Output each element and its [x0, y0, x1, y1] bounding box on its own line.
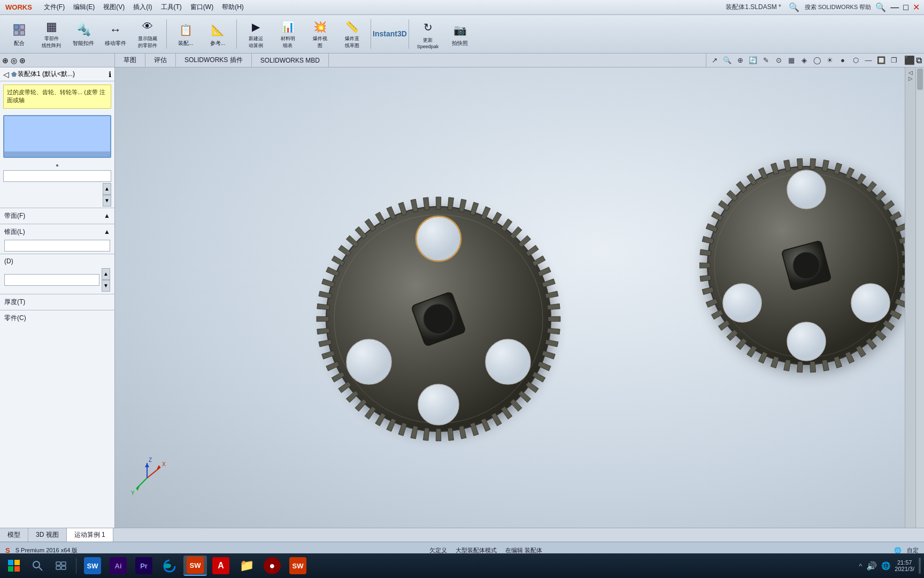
toolbar-ref[interactable]: 📐 参考...: [203, 18, 233, 50]
selection-area[interactable]: [3, 115, 111, 158]
section-d: (D) ▲ ▼: [0, 254, 114, 294]
view-icon-15[interactable]: ❐: [888, 55, 900, 66]
view-icon-9[interactable]: ◯: [811, 55, 823, 66]
panel-tab-icon-2[interactable]: ◎: [11, 56, 17, 65]
tray-up-icon[interactable]: ^: [859, 562, 862, 570]
cone-face-input[interactable]: [4, 240, 110, 252]
search-trigger[interactable]: 🔍: [873, 2, 888, 12]
tray-sound-icon[interactable]: 🔊: [866, 561, 877, 571]
svg-line-134: [136, 478, 147, 489]
toolbar-sep-2: [236, 19, 237, 49]
view-icon-7[interactable]: ▦: [786, 55, 797, 66]
toolbar-fit[interactable]: 配合: [4, 18, 34, 50]
close-icon[interactable]: ✕: [911, 2, 922, 12]
view-icon-1[interactable]: ↗: [709, 55, 720, 66]
start-button[interactable]: [3, 556, 25, 576]
tab-sketch[interactable]: 草图: [115, 54, 145, 67]
maximize-icon[interactable]: □: [901, 3, 911, 12]
menu-tools[interactable]: 工具(T): [157, 2, 186, 13]
view-icon-6[interactable]: ⊙: [773, 55, 784, 66]
tray-network-icon[interactable]: 🌐: [881, 561, 890, 570]
toolbar-explode[interactable]: 💥 爆炸视图: [305, 18, 335, 50]
menu-view[interactable]: 视图(V): [99, 2, 129, 13]
toolbar-snapshot[interactable]: 📷 拍快照: [445, 18, 475, 50]
tab-evaluate[interactable]: 评估: [145, 54, 176, 67]
taskbar-app-sw-active[interactable]: SW: [183, 556, 207, 576]
toolbar-smart-fastener[interactable]: 🔩 智能扣件: [68, 18, 98, 50]
bottom-tab-model[interactable]: 模型: [0, 528, 28, 542]
taskbar-search[interactable]: [27, 556, 48, 576]
toolbar-show-hide[interactable]: 👁 显示隐藏的零部件: [133, 18, 163, 50]
toolbar-array[interactable]: ▦ 零部件线性阵列: [36, 18, 66, 50]
taskbar-task-view[interactable]: [50, 556, 72, 576]
svg-line-145: [39, 567, 42, 571]
panel-float-icon[interactable]: ⧉: [916, 56, 922, 65]
d-input[interactable]: [4, 274, 99, 286]
toolbar-assembly[interactable]: 📋 装配...: [171, 18, 201, 50]
view-icon-11[interactable]: ●: [837, 55, 849, 66]
taskbar-app-pr[interactable]: Pr: [132, 556, 156, 576]
right-collapse-btn[interactable]: ◁▷: [907, 70, 913, 81]
section-cone-header[interactable]: 锥面(L) ▲: [4, 226, 110, 238]
toolbar-move[interactable]: ↔ 移动零件: [101, 18, 130, 50]
toolbar-bom[interactable]: 📊 材料明细表: [273, 18, 303, 50]
view-icon-12[interactable]: ⬡: [850, 55, 861, 66]
panel-back-icon[interactable]: ◁: [3, 70, 9, 79]
section-belt-arrow: ▲: [104, 212, 110, 219]
main-input-field[interactable]: [3, 170, 111, 182]
section-thickness-header[interactable]: 厚度(T): [4, 296, 110, 308]
bottom-tab-3d[interactable]: 3D 视图: [28, 528, 67, 542]
menu-edit[interactable]: 编辑(E): [69, 2, 99, 13]
panel-tab-icon-3[interactable]: ⊛: [19, 56, 26, 65]
view-icon-4[interactable]: 🔄: [747, 55, 759, 66]
tree-item[interactable]: ⬟ 装配体1 (默认<默...): [11, 70, 75, 79]
view-icon-14[interactable]: 🔲: [875, 55, 887, 66]
svg-point-79: [851, 284, 890, 322]
panel-expand-icon[interactable]: ⬛: [904, 55, 915, 65]
taskbar-app-files[interactable]: 📁: [235, 556, 258, 576]
taskbar-app-acrobat[interactable]: A: [209, 556, 233, 576]
panel-tab-icon-1[interactable]: ⊕: [2, 56, 9, 65]
viewport-scrollbar[interactable]: [915, 67, 924, 528]
svg-point-11: [418, 384, 459, 425]
d-spin-up[interactable]: ▲: [102, 268, 110, 280]
d-spin-down[interactable]: ▼: [102, 280, 110, 292]
svg-rect-146: [56, 562, 60, 565]
bottom-tab-motion[interactable]: 运动算例 1: [67, 528, 113, 542]
view-icon-13[interactable]: —: [863, 55, 874, 66]
taskbar-app-sw-blue[interactable]: SW: [81, 556, 104, 576]
minimize-icon[interactable]: —: [888, 3, 901, 12]
view-icon-5[interactable]: ✎: [760, 55, 772, 66]
menu-insert[interactable]: 插入(I): [129, 2, 156, 13]
taskbar-clock[interactable]: 21:57 2021/3/: [895, 559, 914, 572]
menu-help[interactable]: 帮助(H): [218, 2, 248, 13]
viewport[interactable]: X Y Z ◁▷: [115, 67, 924, 528]
toolbar-instant3d[interactable]: Instant3D: [375, 18, 405, 50]
toolbar-new-motion[interactable]: ▶ 新建运动算例: [241, 18, 271, 50]
menu-window[interactable]: 窗口(W): [186, 2, 218, 13]
spin-up[interactable]: ▲: [103, 183, 111, 195]
tab-plugins[interactable]: SOLIDWORKS 插件: [176, 54, 252, 67]
menu-file[interactable]: 文件(F): [40, 2, 69, 13]
view-icon-2[interactable]: 🔍: [721, 55, 733, 66]
spin-down[interactable]: ▼: [103, 195, 111, 207]
taskbar-app-ae[interactable]: Ai: [106, 556, 130, 576]
view-icon-8[interactable]: ◈: [798, 55, 810, 66]
taskbar-app-sw2[interactable]: SW: [286, 556, 310, 576]
show-desktop-btn[interactable]: [919, 558, 921, 574]
toolbar-update[interactable]: ↻ 更新Speedpak: [413, 18, 443, 50]
section-d-header[interactable]: (D): [4, 256, 110, 266]
panel-help-icon[interactable]: ℹ: [109, 70, 111, 79]
section-belt-header[interactable]: 带面(F) ▲: [4, 210, 110, 222]
axis-indicator: X Y Z: [126, 457, 168, 501]
taskbar-app-media[interactable]: ●: [260, 556, 284, 576]
taskbar-app-edge[interactable]: [158, 556, 181, 576]
section-part-header[interactable]: 零件(C): [4, 313, 110, 324]
tab-mbd[interactable]: SOLIDWORKS MBD: [252, 54, 329, 67]
view-icon-10[interactable]: ☀: [824, 55, 836, 66]
search-icon[interactable]: 🔍: [786, 2, 803, 12]
toolbar-explode-line[interactable]: 📏 爆炸直线草图: [337, 18, 367, 50]
view-icon-3[interactable]: ⊕: [734, 55, 746, 66]
taskbar-search-icon: [32, 560, 43, 571]
scrollbar-thumb[interactable]: [917, 69, 923, 90]
